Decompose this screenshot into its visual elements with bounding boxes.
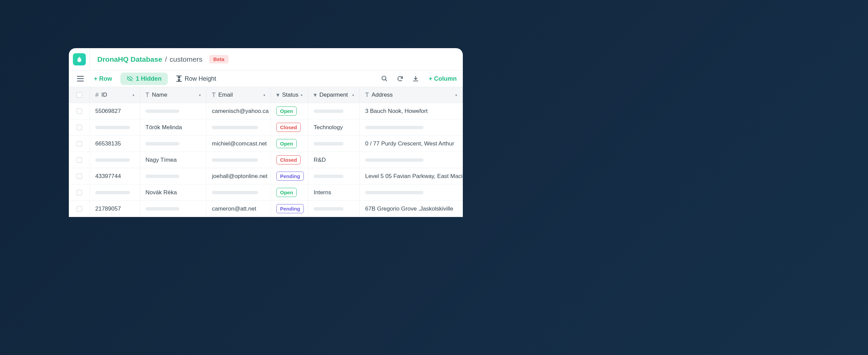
skeleton-placeholder <box>95 158 130 162</box>
download-icon[interactable] <box>410 73 421 84</box>
checkbox-icon[interactable] <box>77 109 82 114</box>
cell-email[interactable]: joehall@optonline.net <box>206 168 271 184</box>
cell-id[interactable] <box>90 152 140 168</box>
column-header-department[interactable]: ▾ Deparment ▾ <box>308 87 360 103</box>
chevron-down-icon[interactable]: ▾ <box>199 93 201 97</box>
cell-address[interactable]: 0 / 77 Purdy Crescent, West Arthur <box>360 136 463 152</box>
row-select-cell[interactable] <box>69 201 90 217</box>
skeleton-placeholder <box>365 158 423 162</box>
hash-icon: # <box>95 92 99 99</box>
cell-department[interactable] <box>308 201 360 217</box>
checkbox-icon[interactable] <box>77 206 82 212</box>
cell-status[interactable]: Closed <box>271 152 308 168</box>
cell-status[interactable]: Open <box>271 136 308 152</box>
cell-address[interactable] <box>360 184 463 200</box>
filter-icon: ▾ <box>314 91 317 99</box>
cell-status[interactable]: Open <box>271 103 308 119</box>
cell-status[interactable]: Pending <box>271 201 308 217</box>
checkbox-icon[interactable] <box>77 157 82 163</box>
cell-name[interactable]: Nagy Tímea <box>140 152 206 168</box>
cell-address[interactable] <box>360 152 463 168</box>
skeleton-placeholder <box>212 126 258 129</box>
column-header-name[interactable]: T Name ▾ <box>140 87 206 103</box>
cell-department[interactable] <box>308 103 360 119</box>
skeleton-placeholder <box>145 207 179 211</box>
chevron-down-icon[interactable]: ▾ <box>301 93 302 97</box>
cell-email[interactable] <box>206 184 271 200</box>
cell-id[interactable]: 55069827 <box>90 103 140 119</box>
cell-address[interactable]: 3 Bauch Nook, Howefort <box>360 103 463 119</box>
cell-department[interactable] <box>308 168 360 184</box>
logo-cell <box>69 48 90 71</box>
hidden-columns-button[interactable]: 1 Hidden <box>120 73 168 85</box>
cell-email[interactable]: cameron@att.net <box>206 201 271 217</box>
cell-status[interactable]: Open <box>271 184 308 200</box>
column-header-status[interactable]: ▾ Status ▾ <box>271 87 308 103</box>
table-row[interactable]: Török MelindaClosedTechnology <box>69 119 463 136</box>
breadcrumb: DronaHQ Database / customers Beta <box>90 55 229 63</box>
app-logo[interactable] <box>73 53 86 65</box>
row-select-cell[interactable] <box>69 184 90 200</box>
table-row[interactable]: 55069827camenisch@yahoo.caOpen3 Bauch No… <box>69 103 463 119</box>
row-select-cell[interactable] <box>69 119 90 135</box>
table-row[interactable]: 43397744joehall@optonline.netPendingLeve… <box>69 168 463 184</box>
row-height-label: Row Height <box>185 75 216 82</box>
table-row[interactable]: Nagy TímeaClosedR&D <box>69 152 463 168</box>
menu-icon[interactable] <box>75 74 86 83</box>
cell-id[interactable] <box>90 184 140 200</box>
table-row[interactable]: 21789057cameron@att.netPending67B Gregor… <box>69 201 463 217</box>
row-select-cell[interactable] <box>69 152 90 168</box>
refresh-icon[interactable] <box>395 73 406 84</box>
checkbox-icon[interactable] <box>77 174 82 179</box>
cell-name[interactable] <box>140 201 206 217</box>
table-row[interactable]: Novák RékaOpenInterns <box>69 184 463 201</box>
add-row-button[interactable]: + Row <box>91 73 116 84</box>
table-row[interactable]: 66538135michiel@comcast.netOpen0 / 77 Pu… <box>69 136 463 152</box>
checkbox-icon[interactable] <box>77 190 82 195</box>
chevron-down-icon[interactable]: ▾ <box>133 93 134 97</box>
chevron-down-icon[interactable]: ▾ <box>352 93 354 97</box>
cell-name[interactable]: Török Melinda <box>140 119 206 135</box>
chevron-down-icon[interactable]: ▾ <box>263 93 265 97</box>
column-label: ID <box>101 92 107 98</box>
column-header-email[interactable]: T Email ▾ <box>206 87 271 103</box>
row-select-cell[interactable] <box>69 168 90 184</box>
cell-email[interactable] <box>206 152 271 168</box>
status-badge: Pending <box>276 172 304 181</box>
cell-address[interactable] <box>360 119 463 135</box>
cell-name[interactable] <box>140 168 206 184</box>
cell-id[interactable]: 66538135 <box>90 136 140 152</box>
cell-email[interactable]: camenisch@yahoo.ca <box>206 103 271 119</box>
cell-name[interactable] <box>140 136 206 152</box>
cell-id[interactable]: 21789057 <box>90 201 140 217</box>
cell-email[interactable] <box>206 119 271 135</box>
checkbox-icon[interactable] <box>77 141 82 146</box>
cell-id[interactable] <box>90 119 140 135</box>
status-badge: Closed <box>276 155 301 164</box>
cell-status[interactable]: Pending <box>271 168 308 184</box>
cell-id[interactable]: 43397744 <box>90 168 140 184</box>
cell-department[interactable] <box>308 136 360 152</box>
row-select-cell[interactable] <box>69 103 90 119</box>
add-column-button[interactable]: + Column <box>426 75 457 82</box>
cell-department[interactable]: R&D <box>308 152 360 168</box>
select-all-cell[interactable] <box>69 87 90 103</box>
checkbox-icon[interactable] <box>77 92 82 98</box>
chevron-down-icon[interactable]: ▾ <box>455 93 457 97</box>
cell-status[interactable]: Closed <box>271 119 308 135</box>
row-height-button[interactable]: Row Height <box>173 73 220 84</box>
cell-address[interactable]: 67B Gregorio Grove ,Jaskolskiville <box>360 201 463 217</box>
cell-department[interactable]: Technology <box>308 119 360 135</box>
column-header-id[interactable]: # ID ▾ <box>90 87 140 103</box>
row-select-cell[interactable] <box>69 136 90 152</box>
column-label: Name <box>152 92 167 98</box>
cell-address[interactable]: Level 5 05 Favian Parkway, East Macie <box>360 168 463 184</box>
breadcrumb-root[interactable]: DronaHQ Database <box>97 55 162 63</box>
search-icon[interactable] <box>379 73 390 84</box>
cell-name[interactable] <box>140 103 206 119</box>
cell-department[interactable]: Interns <box>308 184 360 200</box>
column-header-address[interactable]: T Address ▾ <box>360 87 463 103</box>
cell-name[interactable]: Novák Réka <box>140 184 206 200</box>
checkbox-icon[interactable] <box>77 125 82 130</box>
cell-email[interactable]: michiel@comcast.net <box>206 136 271 152</box>
